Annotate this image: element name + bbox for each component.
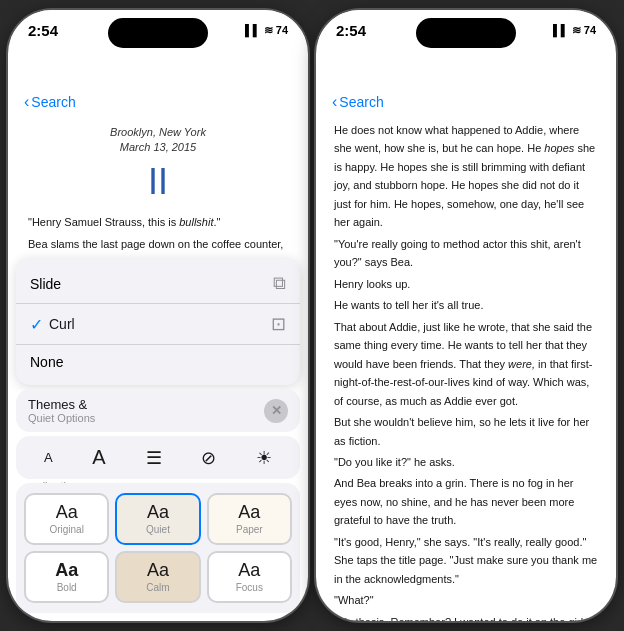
book-location: Brooklyn, New YorkMarch 13, 2015 [28, 125, 288, 156]
chapter-numeral: II [28, 160, 288, 203]
curl-icon: ⊡ [271, 313, 286, 335]
slide-menu: Slide ⧉ ✓ Curl ⊡ None [16, 258, 300, 385]
font-decrease-button[interactable]: A [44, 450, 53, 465]
theme-calm[interactable]: Aa Calm [115, 551, 200, 603]
slide-option-curl[interactable]: ✓ Curl ⊡ [16, 304, 300, 345]
theme-bold-label: Bold [57, 582, 77, 593]
slide-option-none[interactable]: None [16, 345, 300, 379]
chevron-left-icon-right: ‹ [332, 93, 337, 111]
theme-row-1: Aa Original Aa Quiet Aa Paper [24, 493, 292, 545]
nav-bar-right: ‹ Search [316, 89, 616, 117]
toolbar: A A ☰ ⊘ ☀ [16, 436, 300, 479]
theme-quiet-aa: Aa [147, 503, 169, 521]
theme-paper-label: Paper [236, 524, 263, 535]
book-title-section: Brooklyn, New YorkMarch 13, 2015 II [28, 125, 288, 203]
back-button-right[interactable]: ‹ Search [332, 93, 384, 111]
theme-paper[interactable]: Aa Paper [207, 493, 292, 545]
book-content-right: He does not know what happened to Addie,… [316, 117, 616, 621]
theme-quiet[interactable]: Aa Quiet [115, 493, 200, 545]
theme-focus-label: Focus [236, 582, 263, 593]
slide-label: Slide [30, 276, 61, 292]
back-button-left[interactable]: ‹ Search [24, 93, 76, 111]
brightness-button[interactable]: ☀ [256, 447, 272, 469]
chevron-left-icon: ‹ [24, 93, 29, 111]
overlay-panel: Slide ⧉ ✓ Curl ⊡ None [8, 258, 308, 621]
theme-original[interactable]: Aa Original [24, 493, 109, 545]
theme-calm-aa: Aa [147, 561, 169, 579]
none-label: None [30, 354, 63, 370]
themes-text: Themes & Quiet Options [28, 397, 95, 424]
left-phone: 2:54 ▌▌ ≋ 74 ‹ Search Brooklyn, New York… [8, 10, 308, 621]
time-left: 2:54 [28, 22, 58, 39]
font-increase-button[interactable]: A [92, 446, 105, 469]
bookmark-button[interactable]: ⊘ [201, 447, 216, 469]
right-phone: 2:54 ▌▌ ≋ 74 ‹ Search He does not know w… [316, 10, 616, 621]
nav-bar-left: ‹ Search [8, 89, 308, 117]
back-label-right: Search [339, 94, 383, 110]
themes-label: Themes & [28, 397, 95, 412]
theme-cards: Aa Original Aa Quiet Aa Paper Aa [16, 483, 300, 613]
theme-focus[interactable]: Aa Focus [207, 551, 292, 603]
theme-original-aa: Aa [56, 503, 78, 521]
check-icon: ✓ [30, 315, 43, 334]
themes-section: Themes & Quiet Options ✕ [16, 389, 300, 432]
status-icons-right: ▌▌ ≋ 74 [553, 24, 596, 37]
theme-calm-label: Calm [146, 582, 169, 593]
dynamic-island-right [416, 18, 516, 48]
close-button[interactable]: ✕ [264, 399, 288, 423]
theme-bold-aa: Aa [55, 561, 78, 579]
status-icons-left: ▌▌ ≋ 74 [245, 24, 288, 37]
dynamic-island [108, 18, 208, 48]
back-label-left: Search [31, 94, 75, 110]
theme-focus-aa: Aa [238, 561, 260, 579]
quiet-label: Quiet Options [28, 412, 95, 424]
curl-label: Curl [49, 316, 75, 332]
slide-option-slide[interactable]: Slide ⧉ [16, 264, 300, 304]
theme-row-2: Aa Bold Aa Calm Aa Focus [24, 551, 292, 603]
slide-icon: ⧉ [273, 273, 286, 294]
time-right: 2:54 [336, 22, 366, 39]
format-button[interactable]: ☰ [146, 447, 162, 469]
theme-bold[interactable]: Aa Bold [24, 551, 109, 603]
theme-paper-aa: Aa [238, 503, 260, 521]
theme-quiet-label: Quiet [146, 524, 170, 535]
theme-original-label: Original [49, 524, 83, 535]
